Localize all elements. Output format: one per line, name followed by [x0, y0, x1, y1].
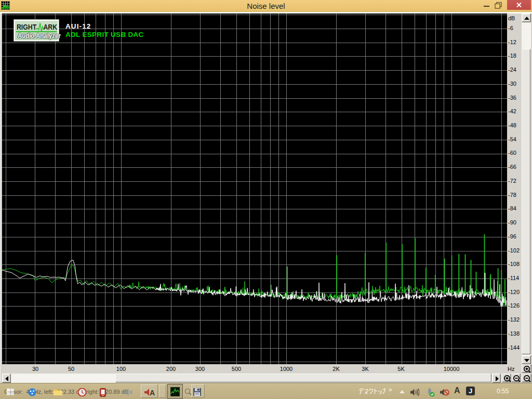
svg-text:A: A [150, 389, 155, 397]
